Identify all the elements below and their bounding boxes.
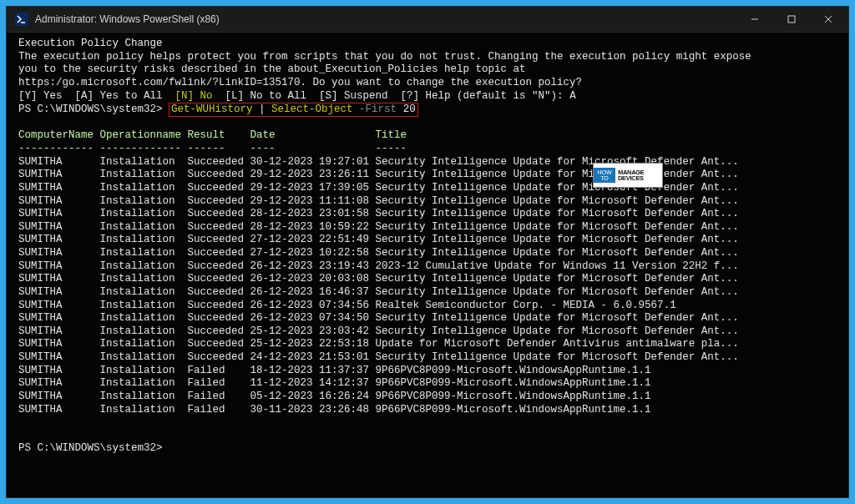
table-header: ComputerName Operationname Result Date T… — [18, 129, 407, 141]
policy-line1: The execution policy helps protect you f… — [18, 51, 751, 63]
titlebar[interactable]: Administrator: Windows PowerShell (x86) — [7, 7, 848, 33]
table-row: SUMITHA Installation Succeeded 26-12-202… — [18, 300, 676, 311]
table-row: SUMITHA Installation Succeeded 26-12-202… — [18, 312, 739, 324]
policy-choices-pre: [Y] Yes [A] Yes to All — [18, 90, 175, 102]
table-row: SUMITHA Installation Succeeded 28-12-202… — [18, 208, 739, 219]
maximize-button[interactable] — [773, 7, 810, 32]
policy-line3: https:/go.microsoft.com/fwlink/?LinkID=1… — [18, 77, 582, 88]
table-row: SUMITHA Installation Succeeded 25-12-202… — [18, 325, 739, 337]
cmd-a: Get-WUHistory — [171, 103, 253, 115]
policy-line2: you to the security risks described in t… — [18, 63, 526, 75]
table-divider: ------------ ------------- ------ ---- -… — [18, 143, 407, 154]
window-title: Administrator: Windows PowerShell (x86) — [35, 13, 736, 26]
cmd-b: Select-Object — [271, 103, 353, 115]
table-row: SUMITHA Installation Failed 30-11-2023 2… — [18, 404, 651, 416]
table-row: SUMITHA Installation Succeeded 26-12-202… — [18, 260, 739, 272]
table-row: SUMITHA Installation Succeeded 26-12-202… — [18, 273, 739, 285]
table-row: SUMITHA Installation Failed 18-12-2023 1… — [18, 365, 651, 376]
table-row: SUMITHA Installation Failed 11-12-2023 1… — [18, 377, 651, 389]
powershell-icon — [15, 13, 28, 26]
badge-manage: MANAGEDEVICES — [615, 169, 645, 182]
cmd-val: 20 — [403, 103, 416, 115]
minimize-button[interactable] — [736, 7, 773, 32]
badge-howto: HOWTO — [594, 168, 615, 183]
svg-rect-2 — [788, 16, 795, 23]
table-row: SUMITHA Installation Succeeded 26-12-202… — [18, 286, 739, 298]
prompt-ps: PS C:\WINDOWS\system32> — [18, 103, 169, 115]
terminal-body[interactable]: Execution Policy Change The execution po… — [7, 33, 848, 497]
close-button[interactable] — [810, 7, 847, 32]
cmd-param: -First — [353, 103, 403, 115]
policy-choice-n: [N] No — [175, 90, 213, 102]
table-row: SUMITHA Installation Succeeded 27-12-202… — [18, 247, 739, 259]
table-row: SUMITHA Installation Succeeded 27-12-202… — [18, 234, 739, 245]
policy-answer: A — [569, 90, 576, 102]
cmd-pipe: | — [253, 103, 272, 115]
powershell-window: Administrator: Windows PowerShell (x86) … — [6, 6, 849, 498]
table-row: SUMITHA Installation Succeeded 29-12-202… — [18, 195, 739, 207]
table-row: SUMITHA Installation Succeeded 24-12-202… — [18, 351, 739, 363]
policy-heading: Execution Policy Change — [18, 38, 163, 49]
policy-choices-mid: [L] No to All [S] Suspend [?] Help (defa… — [213, 90, 570, 102]
table-row: SUMITHA Installation Succeeded 25-12-202… — [18, 338, 739, 350]
command-highlight: Get-WUHistory | Select-Object -First 20 — [169, 103, 418, 116]
watermark-badge: HOWTOMANAGEDEVICES — [593, 163, 663, 188]
prompt-ps2: PS C:\WINDOWS\system32> — [18, 442, 163, 454]
table-row: SUMITHA Installation Failed 05-12-2023 1… — [18, 391, 651, 402]
table-row: SUMITHA Installation Succeeded 28-12-202… — [18, 221, 739, 233]
